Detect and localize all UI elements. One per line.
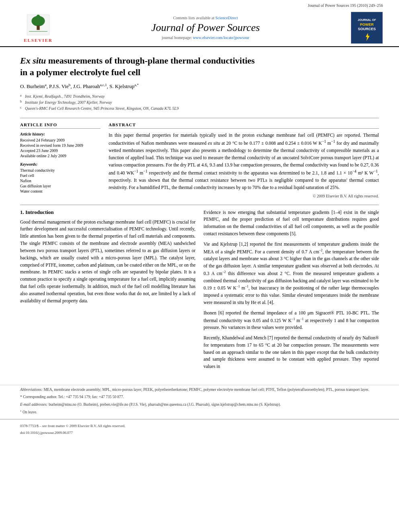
journal-citation: Journal of Power Sources 195 (2010) 249–… xyxy=(308,3,383,8)
available-date: Available online 2 July 2009 xyxy=(20,154,101,158)
affiliation-b: Institute for Energy Technology, 2007 Kj… xyxy=(25,99,112,105)
abstract-column: ABSTRACT In this paper thermal propertie… xyxy=(109,122,379,198)
article-info-heading: ARTICLE INFO xyxy=(20,122,101,129)
email-footnote: E-mail addresses: burheim@ntnu.no (O. Bu… xyxy=(20,402,379,407)
svg-text:POWER: POWER xyxy=(360,23,374,27)
header-content: ELSEVIER Contents lists available at Sci… xyxy=(16,9,383,46)
abbreviations-footnote: Abbreviations: MEA, membrane electrode a… xyxy=(20,387,379,392)
keyword-4: Gas diffusion layer xyxy=(20,184,101,188)
authors: O. Burheima, P.J.S. Vieb, J.G. Pharoaha,… xyxy=(20,83,379,90)
intro-paragraph-2: Evidence is now emerging that substantia… xyxy=(204,209,379,238)
corresponding-author-footnote: * Corresponding author. Tel.: +47 735 94… xyxy=(20,394,379,400)
issn-line: 0378-7753/$ – see front matter © 2009 El… xyxy=(20,423,379,429)
history-label: Article history: xyxy=(20,132,101,136)
body-right-column: Evidence is now emerging that substantia… xyxy=(204,209,379,374)
journal-title-center: Contents lists available at ScienceDirec… xyxy=(60,16,351,40)
article-title-line2: in a polymer electrolyte fuel cell xyxy=(20,67,140,77)
article-title: Ex situ measurements of through-plane th… xyxy=(20,55,379,78)
on-leave-footnote: 1 On leave. xyxy=(20,409,379,415)
article-title-italic: Ex situ xyxy=(20,55,46,66)
footnotes-area: Abbreviations: MEA, membrane electrode a… xyxy=(0,385,399,415)
journal-meta-top: Journal of Power Sources 195 (2010) 249–… xyxy=(16,3,383,8)
divider-body xyxy=(20,205,379,205)
elsevier-tree-icon xyxy=(22,13,54,37)
sciencedirect-link[interactable]: ScienceDirect xyxy=(215,16,238,20)
affiliations: a Inst. Kjemi, Realfagsh., 7491 Trondhei… xyxy=(20,93,379,111)
journal-logo-right: JOURNAL OF POWER SOURCES xyxy=(351,12,383,44)
journal-main-title: Journal of Power Sources xyxy=(60,22,351,34)
elsevier-logo: ELSEVIER xyxy=(16,13,60,43)
received-date: Received 24 February 2009 xyxy=(20,138,101,142)
main-content: Ex situ measurements of through-plane th… xyxy=(0,47,399,382)
intro-paragraph-1: Good thermal management of the proton ex… xyxy=(20,219,195,305)
copyright-line: © 2009 Elsevier B.V. All rights reserved… xyxy=(109,194,379,198)
svg-text:SOURCES: SOURCES xyxy=(358,27,376,31)
intro-paragraph-3: Vie and Kjelstrup [1,2] reported the fir… xyxy=(204,241,379,306)
footer-area: 0378-7753/$ – see front matter © 2009 El… xyxy=(0,419,399,438)
keywords-label: Keywords: xyxy=(20,162,101,166)
intro-paragraph-4: Ihonen [6] reported the thermal impedanc… xyxy=(204,310,379,331)
body-left-column: 1. Introduction Good thermal management … xyxy=(20,209,195,374)
page: Journal of Power Sources 195 (2010) 249–… xyxy=(0,0,399,532)
abstract-heading: ABSTRACT xyxy=(109,122,379,129)
affiliation-a: Inst. Kjemi, Realfagsh., 7491 Trondheim,… xyxy=(25,93,105,99)
affiliation-c: Queen's-RMC Fuel Cell Research Centre, 9… xyxy=(25,105,179,111)
intro-paragraph-5: Recently, Khandelwal and Mench [7] repor… xyxy=(204,335,379,370)
keyword-1: Thermal conductivity xyxy=(20,168,101,173)
keyword-3: Nafion xyxy=(20,179,101,183)
abstract-text: In this paper thermal properties for mat… xyxy=(109,132,379,191)
accepted-date: Accepted 23 June 2009 xyxy=(20,148,101,153)
elsevier-wordmark: ELSEVIER xyxy=(24,38,53,43)
introduction-heading: 1. Introduction xyxy=(20,209,195,216)
doi-line: doi:10.1016/j.jpowsour.2009.06.077 xyxy=(20,431,379,435)
journal-homepage: journal homepage: www.elsevier.com/locat… xyxy=(60,35,351,40)
journal-url[interactable]: www.elsevier.com/locate/jpowsour xyxy=(193,35,249,40)
keyword-2: Fuel cell xyxy=(20,173,101,178)
contents-available-line: Contents lists available at ScienceDirec… xyxy=(60,16,351,20)
article-info-column: ARTICLE INFO Article history: Received 2… xyxy=(20,122,101,198)
svg-rect-2 xyxy=(37,25,39,30)
svg-point-3 xyxy=(36,15,40,18)
received-revised-date: Received in revised form 19 June 2009 xyxy=(20,143,101,148)
divider-top xyxy=(20,118,379,118)
body-columns: 1. Introduction Good thermal management … xyxy=(20,209,379,374)
svg-text:JOURNAL OF: JOURNAL OF xyxy=(358,18,376,21)
power-sources-logo-icon: JOURNAL OF POWER SOURCES xyxy=(353,14,381,42)
info-abstract-section: ARTICLE INFO Article history: Received 2… xyxy=(20,122,379,198)
journal-header: Journal of Power Sources 195 (2010) 249–… xyxy=(0,0,399,47)
keyword-5: Water content xyxy=(20,189,101,193)
